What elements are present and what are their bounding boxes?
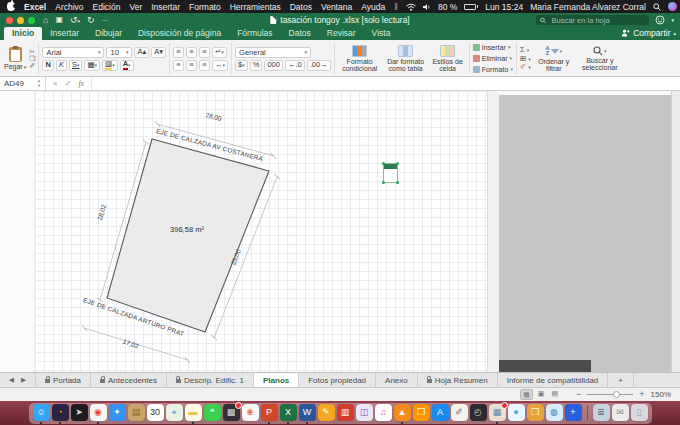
battery-icon[interactable] bbox=[464, 4, 478, 10]
dock-icon-game-app[interactable]: ▩ bbox=[223, 404, 240, 421]
format-painter-button[interactable]: ✐ bbox=[29, 62, 35, 69]
minimize-window-button[interactable] bbox=[17, 17, 24, 24]
zoom-slider[interactable] bbox=[587, 394, 633, 395]
italic-button[interactable]: K bbox=[56, 60, 67, 71]
spotlight-search-icon[interactable] bbox=[653, 3, 661, 11]
dock-icon-utility-app[interactable]: ◴ bbox=[470, 404, 487, 421]
share-button[interactable]: Compartir ▴ bbox=[621, 28, 676, 40]
delete-cells-button[interactable]: Eliminar▾ bbox=[473, 54, 513, 63]
worksheet-canvas[interactable]: 28,00 EJE DE CALZADA AV COSTANERA 28,02 … bbox=[0, 91, 680, 372]
ribbon-tab-f-rmulas[interactable]: Fórmulas bbox=[229, 27, 280, 40]
decrease-decimal-button[interactable]: .00→ bbox=[307, 60, 331, 71]
fill-button[interactable]: ⊞ ▾ bbox=[520, 55, 531, 63]
wrap-text-button[interactable]: ↵▾ bbox=[212, 47, 227, 58]
sheet-tab-informe-de-compatibilidad[interactable]: Informe de compatibilidad bbox=[498, 373, 609, 387]
search-input[interactable] bbox=[550, 15, 646, 26]
dock-icon-vlc[interactable]: ▲ bbox=[394, 404, 411, 421]
horizontal-scrollbar-thumb[interactable] bbox=[499, 360, 591, 372]
decrease-font-button[interactable]: A▾ bbox=[151, 47, 166, 58]
dock-icon-stats-app[interactable]: ◫ bbox=[356, 404, 373, 421]
siri-icon[interactable] bbox=[668, 2, 677, 11]
ribbon-tab-dibujar[interactable]: Dibujar bbox=[87, 27, 130, 40]
dock-icon-documents-stack[interactable]: ≣ bbox=[593, 404, 610, 421]
ribbon-tab-vista[interactable]: Vista bbox=[364, 27, 399, 40]
customize-toolbar-icon[interactable]: ⋯ bbox=[102, 17, 108, 23]
dock-icon-chrome[interactable]: ◉ bbox=[90, 404, 107, 421]
page-layout-view-button[interactable]: ▣ bbox=[536, 389, 547, 400]
format-cells-button[interactable]: Formato▾ bbox=[473, 65, 513, 74]
dock-icon-rocket-app[interactable]: ➤ bbox=[71, 404, 88, 421]
redo-icon[interactable]: ↻ bbox=[87, 16, 95, 25]
find-select-button[interactable]: ▾ Buscar y seleccionar bbox=[577, 46, 623, 71]
dock-icon-archive-app[interactable]: ❒ bbox=[527, 404, 544, 421]
selection-handle[interactable] bbox=[396, 162, 399, 165]
page-break-view-button[interactable]: ▤ bbox=[549, 389, 560, 400]
dock-icon-firefox[interactable]: ◔ bbox=[52, 404, 69, 421]
cut-button[interactable]: ✂ bbox=[29, 48, 35, 55]
sheet-tab-descrip-edific-1[interactable]: Descrip. Edific. 1 bbox=[167, 373, 254, 387]
feedback-smiley-icon[interactable] bbox=[655, 15, 665, 25]
ribbon-tab-disposici-n-de-p-gina[interactable]: Disposición de página bbox=[130, 27, 229, 40]
dock-icon-sphere-app[interactable]: ● bbox=[508, 404, 525, 421]
menu-ventana[interactable]: Ventana bbox=[321, 2, 352, 12]
align-top-button[interactable]: ≡ bbox=[173, 47, 184, 58]
menu-edici-n[interactable]: Edición bbox=[93, 2, 121, 12]
dock-icon-safari[interactable]: ✦ bbox=[109, 404, 126, 421]
dock-icon-books[interactable]: ❒ bbox=[413, 404, 430, 421]
menu-ayuda[interactable]: Ayuda bbox=[361, 2, 385, 12]
save-icon[interactable]: ▣ bbox=[55, 16, 63, 24]
menu-bar-clock[interactable]: Lun 15:24 bbox=[485, 2, 523, 12]
clear-button[interactable]: ✐ ▾ bbox=[520, 63, 531, 71]
zoom-out-button[interactable]: − bbox=[576, 390, 581, 399]
font-size-select[interactable]: 10▾ bbox=[106, 47, 132, 58]
dock-icon-app-store[interactable]: A bbox=[432, 404, 449, 421]
user-name[interactable]: Maria Fernanda Alvarez Corral bbox=[530, 2, 646, 12]
sheet-tab-antecedentes[interactable]: Antecedentes bbox=[91, 373, 167, 387]
dock-icon-trash[interactable]: ▯ bbox=[631, 404, 648, 421]
volume-icon[interactable] bbox=[423, 3, 431, 11]
dock-icon-globe-app[interactable]: ◍ bbox=[546, 404, 563, 421]
align-middle-button[interactable]: ≡ bbox=[186, 47, 197, 58]
ribbon-tab-revisar[interactable]: Revisar bbox=[319, 27, 364, 40]
home-icon[interactable]: ⌂ bbox=[43, 16, 48, 25]
dock-icon-maps[interactable]: ⌖ bbox=[166, 404, 183, 421]
align-bottom-button[interactable]: ≡ bbox=[199, 47, 210, 58]
add-sheet-button[interactable]: + bbox=[608, 373, 634, 387]
underline-button[interactable]: S▾ bbox=[69, 60, 83, 71]
ribbon-tab-datos[interactable]: Datos bbox=[281, 27, 319, 40]
currency-format-button[interactable]: $▾ bbox=[235, 60, 248, 71]
dock-icon-powerpoint[interactable]: P bbox=[261, 404, 278, 421]
sheet-tab-fotos-propiedad[interactable]: Fotos propiedad bbox=[299, 373, 376, 387]
conditional-formatting-button[interactable]: Formato condicional bbox=[338, 45, 382, 73]
parcel-plan-drawing[interactable]: 28,00 EJE DE CALZADA AV COSTANERA 28,02 … bbox=[0, 91, 500, 372]
sheet-search-box[interactable] bbox=[536, 15, 649, 25]
sheet-tab-anexo[interactable]: Anexo bbox=[376, 373, 418, 387]
align-left-button[interactable]: ≡ bbox=[173, 60, 184, 71]
fill-color-button[interactable]: ▨▾ bbox=[102, 60, 118, 71]
font-color-button[interactable]: A▾ bbox=[120, 60, 134, 71]
dock-icon-calendar[interactable]: 30 bbox=[147, 404, 164, 421]
align-center-button[interactable]: ≡ bbox=[186, 60, 197, 71]
selection-handle[interactable] bbox=[382, 181, 385, 184]
embedded-object[interactable] bbox=[383, 163, 398, 183]
dock-icon-notes[interactable]: ▬ bbox=[185, 404, 202, 421]
selection-handle[interactable] bbox=[396, 181, 399, 184]
ribbon-tab-insertar[interactable]: Insertar bbox=[42, 27, 87, 40]
dock-icon-photos[interactable]: ❀ bbox=[242, 404, 259, 421]
menu-formato[interactable]: Formato bbox=[189, 2, 221, 12]
menu-datos[interactable]: Datos bbox=[290, 2, 312, 12]
cell-styles-button[interactable]: Estilos de celda bbox=[430, 45, 466, 73]
app-menu-excel[interactable]: Excel bbox=[24, 2, 46, 12]
dock-icon-red-bars-app[interactable]: ▥ bbox=[337, 404, 354, 421]
formula-input[interactable] bbox=[92, 77, 680, 90]
increase-font-button[interactable]: A▴ bbox=[134, 47, 149, 58]
menu-ver[interactable]: Ver bbox=[129, 2, 142, 12]
ribbon-tab-inicio[interactable]: Inicio bbox=[4, 27, 42, 40]
dock-icon-textedit[interactable]: ✐ bbox=[451, 404, 468, 421]
sort-filter-button[interactable]: AZ▾ Ordenar y filtrar bbox=[533, 46, 575, 72]
number-format-select[interactable]: General▾ bbox=[235, 47, 311, 58]
next-sheet-arrow[interactable]: ▶ bbox=[21, 376, 26, 384]
wifi-icon[interactable] bbox=[406, 3, 416, 11]
merge-center-button[interactable]: ↔▾ bbox=[212, 60, 228, 71]
dock-icon-panel-add-app[interactable]: + bbox=[565, 404, 582, 421]
